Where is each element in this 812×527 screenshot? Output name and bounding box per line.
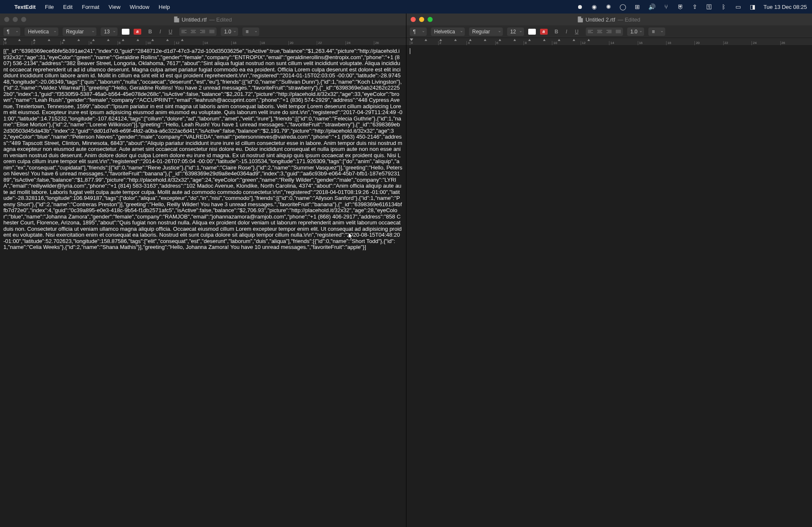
bold-button[interactable]: B: [145, 27, 155, 36]
ruler-tick: 18: [260, 41, 288, 45]
zoom-button[interactable]: [428, 17, 433, 22]
align-center-button[interactable]: [595, 27, 604, 36]
italic-button[interactable]: I: [562, 27, 571, 36]
text-cursor: [410, 48, 410, 54]
ruler-tick: 14: [203, 41, 231, 45]
font-style-group: B I U: [552, 27, 582, 36]
zoom-button[interactable]: [21, 17, 26, 22]
shield-icon[interactable]: ⛨: [677, 3, 684, 10]
ruler-tick: 16: [231, 41, 260, 45]
close-button[interactable]: [4, 17, 9, 22]
align-justify-button[interactable]: [207, 27, 217, 36]
document-icon: [174, 16, 179, 22]
font-weight-dropdown[interactable]: Regular: [469, 27, 503, 36]
menubar-right: ⏺ ◉ ✺ ◯ ⊞ 🔊 ⑂ ⛨ ⇪ ⚿ ᛒ ▭ ◨ Tue 13 Dec 08:…: [576, 3, 807, 10]
font-style-group: B I U: [145, 27, 175, 36]
ruler-tick: 8: [524, 41, 552, 45]
left-document-body[interactable]: [{"_id":"6398369ece6bfe5b391ae241","inde…: [0, 46, 406, 527]
underline-button[interactable]: U: [572, 27, 582, 36]
ruler-track: 02468101214161820222426: [410, 41, 809, 45]
ruler-tick: 12: [174, 41, 203, 45]
left-title-text: Untitled.rtf: [181, 16, 206, 23]
ruler-tick: 8: [118, 41, 146, 45]
font-family-dropdown[interactable]: Helvetica: [25, 27, 58, 36]
text-color-swatch[interactable]: [122, 29, 129, 35]
left-edited-label: — Edited: [209, 16, 232, 23]
paragraph-style-dropdown[interactable]: ¶: [3, 27, 20, 36]
align-left-button[interactable]: [586, 27, 595, 36]
font-size-dropdown[interactable]: 13: [101, 27, 118, 36]
right-title: Untitled 2.rtf — Edited: [578, 16, 640, 23]
align-left-button[interactable]: [179, 27, 189, 36]
list-style-dropdown[interactable]: ≡: [648, 27, 665, 36]
menu-file[interactable]: File: [45, 4, 54, 10]
menu-format[interactable]: Format: [82, 4, 99, 10]
fan-icon[interactable]: ✺: [605, 3, 612, 10]
highlight-color-swatch[interactable]: a: [134, 29, 141, 35]
ruler-tick: 0: [410, 41, 438, 45]
close-button[interactable]: [411, 17, 416, 22]
menu-edit[interactable]: Edit: [63, 4, 72, 10]
font-size-dropdown[interactable]: 12: [507, 27, 524, 36]
right-ruler[interactable]: 02468101214161820222426: [406, 38, 812, 46]
paragraph-style-dropdown[interactable]: ¶: [410, 27, 427, 36]
minimize-button[interactable]: [13, 17, 18, 22]
text-color-swatch[interactable]: [528, 29, 536, 35]
ruler-tick: 6: [495, 41, 524, 45]
control-center-icon[interactable]: ◨: [749, 3, 756, 10]
left-ruler[interactable]: 02468101214161820222426: [0, 38, 406, 46]
italic-button[interactable]: I: [156, 27, 165, 36]
ruler-tick: 2: [32, 41, 60, 45]
text-align-group: [179, 27, 217, 36]
left-traffic-lights: [4, 17, 26, 22]
ruler-tick: 4: [60, 41, 89, 45]
minimize-button[interactable]: [419, 17, 424, 22]
line-spacing-dropdown[interactable]: 1.0: [221, 27, 238, 36]
ruler-tick: 20: [288, 41, 317, 45]
ruler-tick: 16: [638, 41, 666, 45]
record-icon[interactable]: ⏺: [576, 3, 583, 10]
menu-window[interactable]: Window: [130, 4, 149, 10]
menubar-left: TextEdit File Edit Format View Window He…: [5, 4, 170, 10]
list-style-dropdown[interactable]: ≡: [242, 27, 259, 36]
ruler-tick: 18: [666, 41, 694, 45]
highlight-color-swatch[interactable]: a: [540, 29, 548, 35]
dropbox-icon[interactable]: ⇪: [691, 3, 698, 10]
text-align-group: [586, 27, 623, 36]
menubar-datetime[interactable]: Tue 13 Dec 08:25: [763, 4, 807, 10]
menu-view[interactable]: View: [109, 4, 121, 10]
bluetooth-icon[interactable]: ᛒ: [720, 3, 727, 10]
left-title: Untitled.rtf — Edited: [174, 16, 232, 23]
font-weight-dropdown[interactable]: Regular: [63, 27, 96, 36]
grid-icon[interactable]: ⊞: [634, 3, 641, 10]
line-spacing-dropdown[interactable]: 1.0: [627, 27, 645, 36]
right-titlebar[interactable]: Untitled 2.rtf — Edited: [406, 14, 812, 25]
underline-button[interactable]: U: [166, 27, 175, 36]
bold-button[interactable]: B: [552, 27, 561, 36]
wifi-icon[interactable]: ⚿: [706, 3, 713, 10]
right-formatbar: ¶ Helvetica Regular 12 a B I U 1.0 ≡: [406, 25, 812, 38]
ruler-tick: 22: [317, 41, 345, 45]
eye-icon[interactable]: ◉: [591, 3, 598, 10]
left-titlebar[interactable]: Untitled.rtf — Edited: [0, 14, 406, 25]
align-right-button[interactable]: [198, 27, 207, 36]
ruler-tick: 20: [694, 41, 723, 45]
left-formatbar: ¶ Helvetica Regular 13 a B I U 1.0 ≡: [0, 25, 406, 38]
right-window: Untitled 2.rtf — Edited ¶ Helvetica Regu…: [406, 14, 812, 527]
menu-help[interactable]: Help: [159, 4, 170, 10]
align-center-button[interactable]: [189, 27, 198, 36]
ruler-track: 02468101214161820222426: [3, 41, 403, 45]
circle-icon[interactable]: ◯: [620, 3, 626, 10]
align-right-button[interactable]: [604, 27, 614, 36]
battery-icon[interactable]: ▭: [735, 3, 741, 10]
menu-app-name[interactable]: TextEdit: [14, 4, 36, 10]
windows-container: Untitled.rtf — Edited ¶ Helvetica Regula…: [0, 14, 812, 527]
ruler-tick: 14: [609, 41, 637, 45]
fork-icon[interactable]: ⑂: [663, 3, 669, 10]
volume-icon[interactable]: 🔊: [648, 3, 655, 10]
document-icon: [578, 16, 583, 22]
font-family-dropdown[interactable]: Helvetica: [431, 27, 465, 36]
right-document-body[interactable]: [406, 46, 812, 527]
align-justify-button[interactable]: [614, 27, 623, 36]
ruler-tick: 26: [374, 41, 402, 45]
